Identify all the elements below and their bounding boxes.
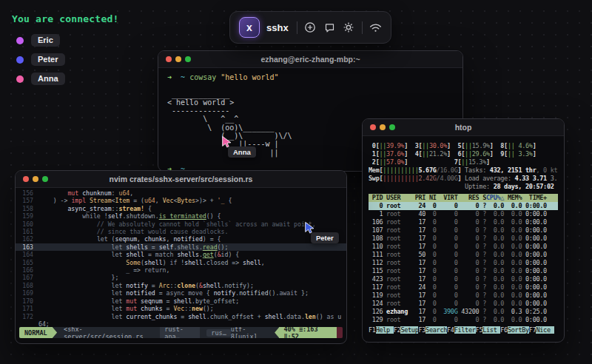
vim-mode-indicator: NORMAL — [19, 327, 53, 338]
minimize-button[interactable] — [175, 56, 181, 62]
fkey-label: F6 — [500, 326, 508, 334]
process-row[interactable]: 126 ezhang 17 0 390G 43200 ? 0.0 0.3 0:2… — [369, 308, 558, 316]
code-text: }; — [38, 274, 118, 281]
code-line: 160 // We absolutely cannot hold `shells… — [16, 220, 346, 228]
statusline-encoding: utf-8[unix] — [231, 327, 269, 338]
code-text: Some(shell) if !shell.closed => shell, — [38, 259, 265, 266]
code-text: let current_chunks = shell.chunk_offset … — [38, 313, 341, 320]
process-row[interactable]: 111 root 50 0 0 0 ? 0.0 0.0 0:00.0 — [369, 251, 558, 259]
close-button[interactable] — [166, 56, 172, 62]
statusline-end-cap — [337, 327, 343, 338]
fkey-action-search[interactable]: Search — [426, 326, 447, 334]
settings-button[interactable] — [343, 21, 355, 34]
code-line: 167 }; — [16, 274, 346, 281]
maximize-button[interactable] — [389, 124, 395, 130]
terminal-titlebar[interactable]: ezhang@eric-zhang-mbp:~ — [158, 51, 462, 68]
close-button[interactable] — [370, 124, 376, 130]
fkey-label: F4 — [447, 326, 454, 334]
terminal-line: ------------- — [167, 107, 454, 115]
toolbar-divider — [297, 21, 297, 34]
sshx-toolbar: x sshx — [229, 11, 391, 44]
line-number: 160 — [16, 220, 38, 228]
process-table-header[interactable]: PID USER PRI NI VIRT RES SCPU%△ MEM% TIM… — [369, 194, 558, 202]
user-list: EricPeterAnna — [12, 34, 118, 85]
line-number: 170 — [16, 297, 38, 305]
process-row[interactable]: 1 root 40 0 0 0 ? 0.0 0.0 0:00.0 — [369, 210, 558, 218]
terminal-line — [167, 81, 454, 90]
code-text: mut chunknum: u64, — [38, 189, 133, 197]
fkey-label: F5 — [476, 326, 483, 334]
add-terminal-button[interactable] — [304, 21, 317, 34]
line-number: 162 — [16, 235, 38, 243]
htop-function-key-bar: F1Help F2SetupF3SearchF4FilterF5List F6S… — [369, 326, 558, 334]
terminal-line: _____________ — [167, 90, 454, 98]
process-row[interactable]: 117 root 24 0 0 0 ? 0.0 0.0 0:00.0 — [369, 283, 558, 291]
htop-meter-line: 1[||37.6%] 4[||21.2%] 6[||29.6%] 9[|| 3.… — [369, 150, 558, 158]
htop-cpu-memory-meters: 0[||39.9%] 3[||30.0%] 5[||15.9%] 8[|| 4.… — [369, 142, 558, 191]
htop-content[interactable]: 0[||39.9%] 3[||30.0%] 5[||15.9%] 8[|| 4.… — [363, 136, 564, 337]
editor-content[interactable]: 156 mut chunknum: u64,157 ) -> impl Stre… — [16, 188, 346, 328]
code-text: let shells = self.shells.read(); — [38, 243, 228, 251]
process-row[interactable]: 119 root 17 0 0 0 ? 0.0 0.0 0:00.0 — [369, 291, 558, 300]
line-number: 157 — [16, 197, 38, 204]
statusline-lsp: rust-ana… — [160, 327, 200, 338]
process-row[interactable]: 423 root 17 0 0 0 ? 0.0 0.0 0:00.0 — [369, 275, 558, 283]
code-text: // since that would cause deadlocks. — [38, 228, 228, 235]
user-list-item: Peter — [16, 53, 118, 66]
line-number: 163 — [16, 243, 38, 251]
logo-letter: x — [246, 22, 252, 33]
statusline-separator — [53, 327, 57, 338]
code-line: 172 let current_chunks = shell.chunk_off… — [16, 313, 346, 320]
code-line: 159 while !self.shutdown.is_terminated()… — [16, 212, 346, 220]
connected-message: You are connected! — [12, 13, 118, 24]
maximize-button[interactable] — [42, 176, 48, 182]
htop-process-table: PID USER PRI NI VIRT RES SCPU%△ MEM% TIM… — [369, 194, 558, 324]
code-text: let shell = match shells.get(&id) { — [38, 251, 239, 258]
process-row[interactable]: 124 root 17 0 0 0 ? 0.0 0.0 0:00.0 — [369, 300, 558, 308]
line-number: 164 — [16, 251, 38, 258]
fkey-action-list[interactable]: List — [482, 326, 500, 334]
process-row[interactable]: 112 root 17 0 0 0 ? 0.0 0.0 0:00.0 — [369, 259, 558, 267]
fkey-action-setup[interactable]: Setup — [400, 326, 418, 334]
network-status-button[interactable] — [369, 21, 382, 34]
window-controls — [166, 56, 191, 62]
minimize-button[interactable] — [380, 124, 386, 130]
fkey-action-sortby[interactable]: SortBy — [508, 326, 529, 334]
process-row[interactable]: 110 root 17 0 0 0 ? 0.0 0.0 0:00.0 — [369, 243, 558, 251]
cursor-name-label: Peter — [311, 232, 339, 243]
htop-meter-line: Swp[||||||||||2.42G/4.00G] Load average:… — [369, 175, 558, 183]
process-row[interactable]: 115 root 17 0 0 0 ? 0.0 0.0 0:00.0 — [369, 267, 558, 275]
remote-cursor-peter: Peter — [303, 221, 317, 238]
fkey-action-filter[interactable]: Filter — [454, 326, 476, 334]
process-row[interactable]: 0 root 24 0 0 0 ? 0.0 0.0 0:00.0 — [369, 202, 558, 210]
code-line: 158 async_stream::stream! { — [16, 205, 346, 212]
editor-titlebar[interactable]: nvim crates/sshx-server/src/session.rs — [16, 171, 346, 188]
process-row[interactable]: 108 root 17 0 0 0 ? 0.0 0.0 0:00.0 — [369, 235, 558, 243]
fkey-action-help[interactable]: Help — [376, 326, 394, 334]
chat-button[interactable] — [323, 21, 336, 34]
user-color-dot — [16, 56, 24, 64]
code-line: 170 let mut seqnum = shell.byte_offset; — [16, 297, 346, 305]
minimize-button[interactable] — [33, 176, 38, 182]
htop-titlebar[interactable]: htop — [363, 119, 564, 136]
editor-window[interactable]: nvim crates/sshx-server/src/session.rs 1… — [15, 170, 347, 344]
htop-meter-line: 0[||39.9%] 3[||30.0%] 5[||15.9%] 8[|| 4.… — [369, 142, 558, 150]
code-text: async_stream::stream! { — [38, 205, 152, 212]
cursor-name-label: Anna — [228, 146, 256, 158]
code-line: 171 let mut chunks = Vec::new(); — [16, 305, 346, 312]
wifi-icon — [369, 22, 382, 33]
line-number: 158 — [16, 205, 38, 212]
editor-title: nvim crates/sshx-server/src/session.rs — [110, 175, 253, 183]
fkey-action-nice[interactable]: Nice — [536, 326, 554, 334]
process-row[interactable]: 106 root 17 0 0 0 ? 0.0 0.0 0:00.0 — [369, 218, 558, 226]
code-text: // We absolutely cannot hold `shells` ac… — [38, 220, 316, 228]
fkey-label: F2 — [394, 326, 401, 334]
close-button[interactable] — [23, 176, 29, 182]
line-number: 159 — [16, 212, 38, 220]
code-line: 163 let shells = self.shells.read(); — [16, 243, 346, 251]
statusline-filepath: <shx-server/src/session.rs — [64, 327, 153, 338]
process-row[interactable]: 129 root 17 0 0 0 ? 0.0 0.0 0:00.0 — [369, 316, 558, 324]
process-row[interactable]: 107 root 17 0 0 0 ? 0.0 0.0 0:00.0 — [369, 226, 558, 235]
maximize-button[interactable] — [185, 56, 191, 62]
htop-window[interactable]: htop 0[||39.9%] 3[||30.0%] 5[||15.9%] 8[… — [362, 118, 565, 343]
